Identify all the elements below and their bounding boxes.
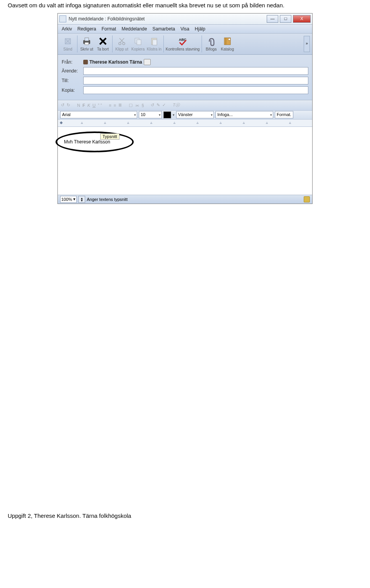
- toolbar: Sänd Skriv ut Ta bort Klipp ut: [58, 34, 312, 55]
- status-bar: 100% ▾ ▴▾ Anger textens typsnitt: [58, 195, 312, 204]
- underline-icon[interactable]: U: [92, 103, 96, 108]
- link-icon[interactable]: ⫘: [135, 103, 139, 108]
- copy-button[interactable]: Kopiera: [130, 36, 146, 51]
- delete-icon: [98, 36, 108, 46]
- to-input[interactable]: [83, 77, 308, 84]
- delete-button[interactable]: Ta bort: [95, 36, 111, 51]
- font-toolbar: Arial 10 ▾ Vänster Infoga... Format.: [58, 111, 312, 120]
- italic-icon[interactable]: K: [87, 103, 90, 108]
- format-button[interactable]: Format.: [275, 111, 293, 118]
- menu-visa[interactable]: Visa: [180, 26, 189, 32]
- svg-rect-13: [137, 40, 141, 45]
- titlebar: Nytt meddelande : Folkbildningsnätet — □…: [58, 13, 312, 25]
- paste-button[interactable]: Klistra in: [146, 36, 162, 51]
- subject-label: Ärende:: [62, 68, 83, 74]
- zoom-spinner[interactable]: ▴▾: [78, 196, 85, 203]
- quote-icon[interactable]: ” ”: [98, 103, 102, 108]
- symbol-icon[interactable]: §: [141, 103, 144, 108]
- menu-redigera[interactable]: Redigera: [77, 26, 96, 32]
- subject-input[interactable]: [83, 67, 308, 75]
- image-icon[interactable]: ▢: [129, 103, 133, 108]
- intro-text: Oavsett om du valt att infoga signaturen…: [8, 2, 362, 9]
- from-value: Therese Karlsson Tärna: [83, 59, 151, 65]
- attach-button[interactable]: Bifoga: [204, 36, 219, 51]
- svg-rect-15: [153, 40, 157, 45]
- maximize-button[interactable]: □: [280, 15, 291, 23]
- paste-icon: [149, 36, 159, 46]
- spellcheck-icon: ABC: [178, 36, 188, 46]
- svg-point-19: [228, 38, 230, 40]
- ruler: ◆ ▵ ▵ ▵ ▵ ▵ ▵ ▵ ▵ ▵ ▵: [58, 120, 312, 127]
- footer-text: Uppgift 2, Therese Karlsson. Tärna folkh…: [8, 512, 362, 519]
- indent-left-icon[interactable]: ≡: [109, 103, 111, 108]
- zoom-combo[interactable]: 100% ▾: [60, 196, 77, 203]
- email-window: Nytt meddelande : Folkbildningsnätet — □…: [57, 13, 313, 204]
- copy-icon: [133, 36, 143, 46]
- menu-hjalp[interactable]: Hjälp: [195, 26, 205, 32]
- camera-icon[interactable]: [144, 59, 151, 65]
- undo-icon[interactable]: ↺: [61, 103, 64, 108]
- app-icon: [59, 15, 66, 22]
- size-select[interactable]: 10: [139, 111, 162, 118]
- scissors-icon: [117, 36, 127, 46]
- person-icon: [83, 60, 88, 64]
- font-tooltip: Typsnitt: [100, 133, 119, 140]
- spell-icon[interactable]: ↺: [151, 103, 154, 108]
- ruler-left-marker[interactable]: ◆: [60, 120, 63, 125]
- font-select[interactable]: Arial: [60, 111, 137, 118]
- clear-icon[interactable]: Tⓧ: [173, 102, 180, 108]
- editor-body[interactable]: Mvh Therese Karlsson: [58, 127, 312, 195]
- catalog-button[interactable]: Katalog: [220, 36, 235, 51]
- send-icon: [63, 36, 73, 46]
- status-text: Anger textens typsnitt: [87, 197, 128, 202]
- svg-rect-5: [85, 42, 89, 45]
- toolbar-overflow[interactable]: »: [304, 36, 310, 52]
- printer-icon: [82, 36, 92, 46]
- svg-rect-4: [85, 38, 89, 41]
- menubar: Arkiv Redigera Format Meddelande Samarbe…: [58, 25, 312, 34]
- lock-icon: [304, 196, 310, 202]
- cc-label: Kopia:: [62, 88, 83, 93]
- menu-meddelande[interactable]: Meddelande: [121, 26, 147, 32]
- print-button[interactable]: Skriv ut: [79, 36, 94, 51]
- spellcheck-button[interactable]: ABC Kontrollera stavning: [165, 36, 200, 51]
- close-button[interactable]: X: [293, 15, 311, 23]
- send-button[interactable]: Sänd: [60, 36, 76, 51]
- color-select[interactable]: [163, 111, 171, 118]
- redo-icon[interactable]: ↻: [67, 103, 70, 108]
- wand-icon[interactable]: ✓: [162, 103, 166, 108]
- color-dropdown-icon[interactable]: ▾: [173, 113, 175, 117]
- menu-arkiv[interactable]: Arkiv: [62, 26, 72, 32]
- window-title: Nytt meddelande : Folkbildningsnätet: [69, 16, 145, 22]
- svg-rect-18: [225, 38, 226, 45]
- normal-icon[interactable]: N: [77, 103, 80, 108]
- cut-button[interactable]: Klipp ut: [114, 36, 130, 51]
- to-label: Till:: [62, 78, 83, 83]
- signature-text: Mvh Therese Karlsson: [64, 139, 110, 145]
- insert-select[interactable]: Infoga...: [215, 111, 273, 118]
- catalog-icon: [222, 36, 232, 46]
- brush-icon[interactable]: ✎: [156, 103, 160, 108]
- minimize-button[interactable]: —: [267, 15, 278, 23]
- bold-icon[interactable]: F: [82, 103, 85, 108]
- header-fields: Från: Therese Karlsson Tärna Ärende: Til…: [58, 55, 312, 100]
- from-label: Från:: [62, 59, 83, 65]
- cc-input[interactable]: [83, 86, 308, 94]
- menu-format[interactable]: Format: [101, 26, 116, 32]
- paperclip-icon: [206, 36, 216, 46]
- indent-right-icon[interactable]: ≡: [114, 103, 116, 108]
- format-toolbar: ↺ ↻ N F K U ” ” ≡ ≡ ≣ ▢ ⫘ § ↺ ✎ ✓ Tⓧ: [58, 100, 312, 111]
- list-icon[interactable]: ≣: [118, 103, 122, 108]
- align-select[interactable]: Vänster: [176, 111, 214, 118]
- menu-samarbeta[interactable]: Samarbeta: [152, 26, 175, 32]
